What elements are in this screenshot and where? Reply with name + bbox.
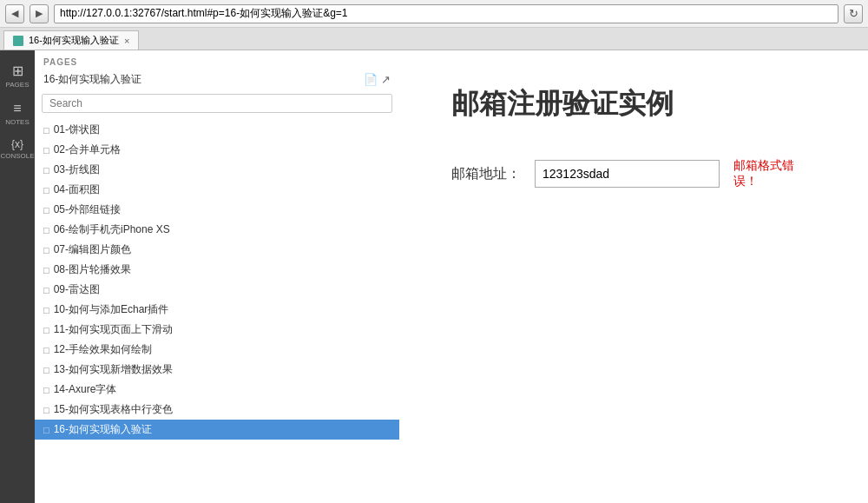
page-item-icon: □ <box>43 225 49 235</box>
page-item-icon: □ <box>43 365 49 375</box>
page-item-label: 15-如何实现表格中行变色 <box>54 402 173 417</box>
page-item-icon: □ <box>43 125 49 136</box>
tab-bar: 16-如何实现输入验证 × <box>0 28 868 50</box>
page-item-icon: □ <box>43 205 49 215</box>
page-list: □01-饼状图□02-合并单元格□03-折线图□04-面积图□05-外部组链接□… <box>35 118 399 503</box>
form-label: 邮箱地址： <box>451 165 521 183</box>
sidebar-section-label: PAGES <box>35 50 399 70</box>
notes-label: NOTES <box>5 118 30 126</box>
form-row: 邮箱地址： 邮箱格式错误！ <box>451 158 816 189</box>
page-heading: 邮箱注册验证实例 <box>451 85 816 123</box>
page-item-label: 16-如何实现输入验证 <box>54 422 152 437</box>
page-item-label: 12-手绘效果如何绘制 <box>54 342 152 357</box>
page-item-icon: □ <box>43 325 49 335</box>
email-input[interactable] <box>535 160 720 188</box>
page-item-icon: □ <box>43 385 49 395</box>
page-item-label: 01-饼状图 <box>54 122 100 137</box>
pages-label: PAGES <box>6 81 30 89</box>
page-item-label: 06-绘制手机壳iPhone XS <box>54 222 170 237</box>
page-list-item[interactable]: □11-如何实现页面上下滑动 <box>35 320 399 340</box>
notes-icon: ≡ <box>13 101 21 116</box>
page-list-item[interactable]: □06-绘制手机壳iPhone XS <box>35 220 399 240</box>
page-list-item[interactable]: □07-编辑图片颜色 <box>35 240 399 260</box>
forward-button[interactable]: ▶ <box>30 4 49 23</box>
page-list-item[interactable]: □03-折线图 <box>35 160 399 180</box>
error-message: 邮箱格式错误！ <box>733 158 816 189</box>
page-item-label: 09-雷达图 <box>54 282 100 297</box>
page-list-item[interactable]: □09-雷达图 <box>35 280 399 300</box>
page-item-icon: □ <box>43 245 49 255</box>
page-item-label: 03-折线图 <box>54 162 100 177</box>
sidebar-item-pages[interactable]: ⊞ PAGES <box>2 57 33 94</box>
search-input[interactable] <box>42 94 392 113</box>
browser-toolbar: ◀ ▶ ↻ <box>0 0 868 28</box>
page-list-item[interactable]: □15-如何实现表格中行变色 <box>35 400 399 420</box>
page-item-label: 08-图片轮播效果 <box>54 262 131 277</box>
page-list-item[interactable]: □05-外部组链接 <box>35 200 399 220</box>
page-item-label: 10-如何与添加Echar插件 <box>54 302 169 317</box>
refresh-button[interactable]: ↻ <box>844 4 863 23</box>
page-list-item[interactable]: □12-手绘效果如何绘制 <box>35 340 399 360</box>
main-area: ⊞ PAGES ≡ NOTES {x} CONSOLE PAGES 16-如何实… <box>0 50 868 503</box>
content-area: 邮箱注册验证实例 邮箱地址： 邮箱格式错误！ <box>399 50 868 503</box>
page-item-label: 07-编辑图片颜色 <box>54 242 131 257</box>
sidebar-item-console[interactable]: {x} CONSOLE <box>2 133 33 165</box>
pages-icon: ⊞ <box>12 63 23 79</box>
page-item-icon: □ <box>43 185 49 195</box>
icon-rail: ⊞ PAGES ≡ NOTES {x} CONSOLE <box>0 50 35 503</box>
page-item-icon: □ <box>43 285 49 295</box>
page-list-item[interactable]: □14-Axure字体 <box>35 380 399 400</box>
page-item-label: 13-如何实现新增数据效果 <box>54 362 173 377</box>
sidebar-title-row: 16-如何实现输入验证 📄 ↗ <box>35 70 399 92</box>
back-button[interactable]: ◀ <box>5 4 24 23</box>
page-item-icon: □ <box>43 405 49 415</box>
page-list-item[interactable]: □01-饼状图 <box>35 120 399 140</box>
tab-label: 16-如何实现输入验证 <box>29 34 119 47</box>
sidebar-title-text: 16-如何实现输入验证 <box>43 72 141 87</box>
page-list-item[interactable]: □10-如何与添加Echar插件 <box>35 300 399 320</box>
console-label: CONSOLE <box>0 152 34 160</box>
page-list-item[interactable]: □08-图片轮播效果 <box>35 260 399 280</box>
share-icon[interactable]: ↗ <box>381 73 391 86</box>
page-item-icon: □ <box>43 145 49 156</box>
page-list-item[interactable]: □16-如何实现输入验证 <box>35 420 399 440</box>
page-item-icon: □ <box>43 345 49 355</box>
page-list-item[interactable]: □04-面积图 <box>35 180 399 200</box>
browser-tab[interactable]: 16-如何实现输入验证 × <box>3 30 139 50</box>
page-list-item[interactable]: □02-合并单元格 <box>35 140 399 160</box>
page-item-label: 05-外部组链接 <box>54 202 121 217</box>
sidebar-item-notes[interactable]: ≡ NOTES <box>2 96 33 131</box>
console-icon: {x} <box>11 138 23 150</box>
page-item-icon: □ <box>43 305 49 315</box>
tab-close-button[interactable]: × <box>124 36 129 46</box>
page-item-icon: □ <box>43 265 49 275</box>
page-item-label: 14-Axure字体 <box>54 382 117 397</box>
page-item-label: 04-面积图 <box>54 182 100 197</box>
tab-favicon <box>13 36 23 46</box>
page-list-item[interactable]: □13-如何实现新增数据效果 <box>35 360 399 380</box>
page-item-icon: □ <box>43 165 49 175</box>
sidebar-title-icons: 📄 ↗ <box>364 73 391 86</box>
page-item-label: 11-如何实现页面上下滑动 <box>54 322 173 337</box>
sidebar-panel: PAGES 16-如何实现输入验证 📄 ↗ □01-饼状图□02-合并单元格□0… <box>35 50 399 503</box>
page-item-label: 02-合并单元格 <box>54 142 121 157</box>
add-page-icon[interactable]: 📄 <box>364 73 378 86</box>
address-bar[interactable] <box>54 4 838 23</box>
page-item-icon: □ <box>43 425 49 435</box>
